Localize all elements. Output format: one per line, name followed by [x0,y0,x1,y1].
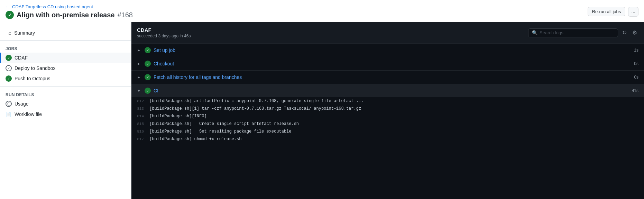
log-step-ci: ▼ ✓ CI 41s 812 [buildPackage.sh] artifac… [131,84,644,143]
page-title: ✓ Align with on-premise release #168 [6,11,133,19]
log-line-content-817: [buildPackage.sh] chmod +x release.sh [149,136,241,143]
log-line-815: 815 [buildPackage.sh] Create single scri… [131,120,644,128]
deploy-label: Deploy to Sandbox [15,65,55,71]
expand-icon-checkout: ► [137,62,142,66]
step-time-setup-job: 1s [634,48,638,53]
sidebar: ⌂ Summary Jobs ✓ CDAF ✓ Deploy to Sandbo… [0,22,131,199]
run-details-section-label: Run details [0,90,131,99]
search-icon: 🔍 [532,30,537,36]
clock-icon: ◯ [6,101,12,107]
log-line-content-815: [buildPackage.sh] Create single script a… [149,120,299,127]
log-header-left: CDAF succeeded 3 days ago in 46s [137,27,191,38]
expand-icon-fetch-history: ► [137,75,142,79]
status-icon-ci: ✓ [145,88,151,94]
step-name-setup-job: Set up job [154,47,631,53]
log-line-813: 813 [buildPackage.sh][1] tar -czf anypoi… [131,105,644,112]
home-icon: ⌂ [8,30,11,36]
log-line-num-814: 814 [131,113,149,120]
step-name-checkout: Checkout [154,61,631,66]
refresh-button[interactable]: ↻ [621,28,628,37]
top-bar-right: Re-run all jobs ··· [588,7,639,17]
log-step-setup-job-header[interactable]: ► ✓ Set up job 1s [131,44,644,57]
sidebar-item-deploy-to-sandbox[interactable]: ✓ Deploy to Sandbox [0,63,131,73]
cdaf-status-icon: ✓ [6,55,12,61]
expand-icon-setup-job: ► [137,48,142,52]
more-options-button[interactable]: ··· [628,7,638,17]
log-panel: CDAF succeeded 3 days ago in 46s 🔍 ↻ ⚙ ►… [131,22,644,199]
status-icon-fetch-history: ✓ [145,74,151,80]
log-step-setup-job: ► ✓ Set up job 1s [131,44,644,57]
expand-icon-ci: ▼ [137,89,142,93]
sidebar-item-usage[interactable]: ◯ Usage [0,99,131,109]
log-line-814: 814 [buildPackage.sh][INFO] [131,112,644,120]
log-line-816: 816 [buildPackage.sh] Set resulting pack… [131,128,644,135]
summary-label: Summary [14,30,35,36]
log-line-content-814: [buildPackage.sh][INFO] [149,113,207,120]
settings-button[interactable]: ⚙ [631,28,638,37]
deploy-status-icon: ✓ [6,65,12,71]
log-lines: 812 [buildPackage.sh] artifactPrefix = a… [131,97,644,143]
log-line-num-817: 817 [131,136,149,143]
log-step-checkout-header[interactable]: ► ✓ Checkout 0s [131,57,644,70]
step-time-fetch-history: 0s [634,75,638,80]
sidebar-item-push-to-octopus[interactable]: ✓ Push to Octopus [0,73,131,84]
workflow-file-label: Workflow file [15,111,42,117]
log-line-num-812: 812 [131,98,149,105]
file-icon: 📄 [6,111,12,117]
top-bar: ← CDAF Targetless CD using hosted agent … [0,0,644,22]
jobs-section-label: Jobs [0,44,131,53]
status-icon-checkout: ✓ [145,61,151,67]
log-header-right: 🔍 ↻ ⚙ [528,28,638,37]
search-box[interactable]: 🔍 [528,28,618,37]
step-name-fetch-history: Fetch all history for all tags and branc… [154,74,631,80]
status-icon-setup-job: ✓ [145,47,151,53]
title-success-icon: ✓ [6,11,14,19]
cdaf-label: CDAF [15,55,28,61]
log-line-num-813: 813 [131,105,149,112]
main-layout: ⌂ Summary Jobs ✓ CDAF ✓ Deploy to Sandbo… [0,22,644,199]
sidebar-item-cdaf[interactable]: ✓ CDAF [0,53,131,63]
sidebar-summary[interactable]: ⌂ Summary [3,28,128,38]
step-time-ci: 41s [632,88,638,93]
octopus-label: Push to Octopus [15,76,50,81]
log-job-name: CDAF [137,27,191,33]
log-line-817: 817 [buildPackage.sh] chmod +x release.s… [131,135,644,143]
log-line-content-813: [buildPackage.sh][1] tar -czf anypoint-0… [149,105,361,112]
back-arrow-icon: ← [6,4,10,9]
title-number: #168 [117,11,133,19]
rerun-all-jobs-button[interactable]: Re-run all jobs [588,7,626,16]
log-step-ci-header[interactable]: ▼ ✓ CI 41s [131,84,644,97]
back-link-text: CDAF Targetless CD using hosted agent [12,4,93,9]
log-step-checkout: ► ✓ Checkout 0s [131,57,644,71]
log-step-fetch-history: ► ✓ Fetch all history for all tags and b… [131,71,644,84]
step-time-checkout: 0s [634,61,638,66]
log-line-content-816: [buildPackage.sh] Set resulting package … [149,128,291,135]
sidebar-divider-2 [0,87,131,87]
back-link[interactable]: ← CDAF Targetless CD using hosted agent [6,4,133,9]
usage-label: Usage [15,101,28,107]
log-line-812: 812 [buildPackage.sh] artifactPrefix = a… [131,97,644,105]
log-job-status: succeeded 3 days ago in 46s [137,34,191,38]
search-logs-input[interactable] [540,30,614,35]
log-line-content-812: [buildPackage.sh] artifactPrefix = anypo… [149,98,364,105]
octopus-status-icon: ✓ [6,75,12,82]
log-line-num-816: 816 [131,128,149,135]
log-step-fetch-history-header[interactable]: ► ✓ Fetch all history for all tags and b… [131,71,644,84]
sidebar-item-workflow-file[interactable]: 📄 Workflow file [0,109,131,119]
title-text: Align with on-premise release [17,11,114,19]
top-bar-left: ← CDAF Targetless CD using hosted agent … [6,4,133,19]
log-line-num-815: 815 [131,120,149,127]
step-name-ci: CI [154,88,629,93]
log-header: CDAF succeeded 3 days ago in 46s 🔍 ↻ ⚙ [131,22,644,44]
sidebar-divider-1 [0,40,131,41]
